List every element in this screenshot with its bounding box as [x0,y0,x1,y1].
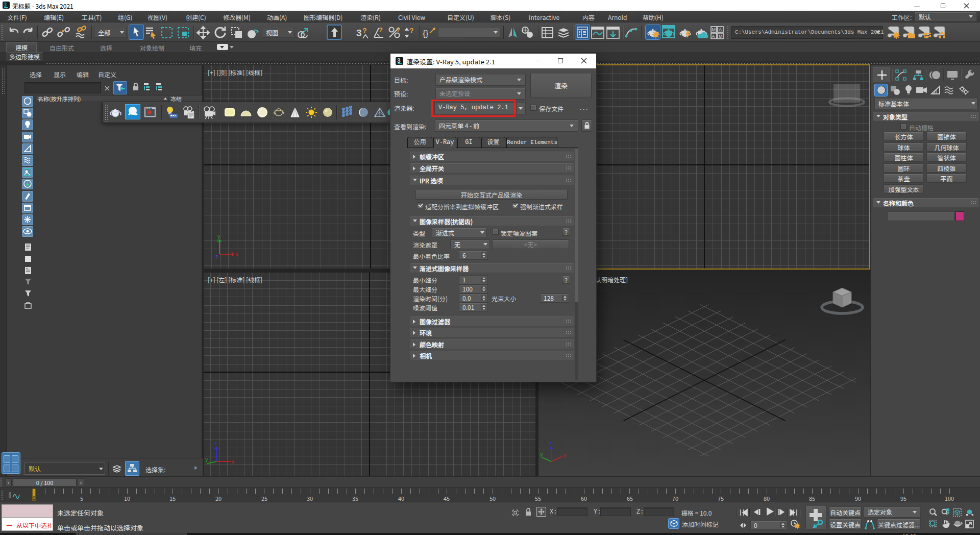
svg-text:?: ? [379,26,383,34]
svg-text:?: ? [409,27,414,35]
svg-text:z: z [215,252,218,260]
svg-text:x: x [232,457,234,465]
svg-text:M: M [719,34,723,39]
svg-text:z: z [214,439,217,447]
svg-text:?: ? [362,27,367,35]
svg-text:?: ? [396,26,400,34]
svg-text:{}: {} [423,29,429,38]
svg-text:y: y [217,232,220,240]
svg-text:x: x [236,250,238,258]
svg-text:A: A [712,34,715,39]
svg-text:z: z [549,439,552,447]
svg-text:x: x [564,451,566,459]
svg-text:3: 3 [356,28,362,38]
svg-text:y: y [540,450,543,458]
svg-text:A: A [719,27,722,32]
svg-text:M: M [712,27,716,32]
svg-text:y: y [205,455,208,463]
